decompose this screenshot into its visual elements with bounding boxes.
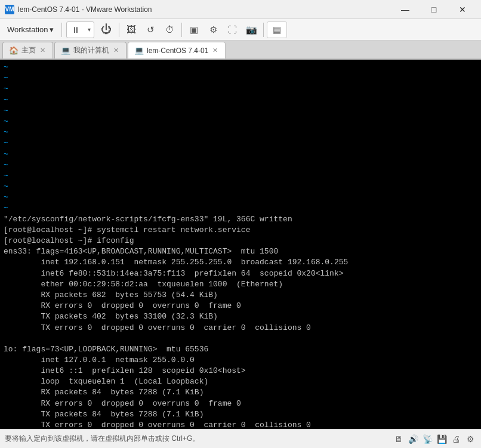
workstation-label: Workstation [7, 25, 48, 34]
menu-separator-1 [61, 23, 62, 37]
settings-button[interactable]: ⚙ [204, 21, 222, 38]
window-title: lem-CentOS 7.4-01 - VMware Workstation [18, 5, 391, 14]
tab-mypc[interactable]: 💻 我的计算机 ✕ [54, 42, 127, 58]
terminal-line: TX errors 0 dropped 0 overruns 0 carrier… [4, 420, 477, 429]
terminal-line: ~ [4, 62, 477, 73]
terminal-line: inet6 ::1 prefixlen 128 scopeid 0x10<hos… [4, 366, 477, 376]
status-icon-storage[interactable]: 💾 [436, 433, 448, 445]
terminal-line: [root@localhost ~]# ifconfig [4, 236, 477, 246]
terminal-line: lo: flags=73<UP,LOOPBACK,RUNNING> mtu 65… [4, 344, 477, 355]
suspend-button[interactable]: ⏱ [161, 21, 178, 38]
fullscreen-button[interactable]: ⛶ [223, 21, 241, 38]
terminal-line: inet 192.168.0.151 netmask 255.255.255.0… [4, 257, 477, 268]
terminal-line: ens33: flags=4163<UP,BROADCAST,RUNNING,M… [4, 246, 477, 257]
terminal-line: ~ [4, 138, 477, 149]
app-icon: VM [5, 5, 14, 14]
terminal-line: ~ [4, 127, 477, 138]
status-icon-audio[interactable]: 🔊 [407, 433, 419, 445]
vm-icon: 💻 [134, 46, 144, 55]
terminal-line: ether 00:0c:29:58:d2:aa txqueuelen 1000 … [4, 279, 477, 290]
status-bar: 要将输入定向到该虚拟机，请在虚拟机内部单击或按 Ctrl+G。 🖥 🔊 📡 💾 … [0, 429, 481, 448]
status-text: 要将输入定向到该虚拟机，请在虚拟机内部单击或按 Ctrl+G。 [5, 434, 393, 444]
terminal-line: ~ [4, 192, 477, 203]
tab-vm-close[interactable]: ✕ [211, 46, 219, 55]
minimize-button[interactable]: — [391, 0, 419, 19]
manage-snapshot-button[interactable]: ▤ [267, 21, 287, 38]
terminal-line: [root@localhost ~]# systemctl restart ne… [4, 225, 477, 236]
view-button[interactable]: ▣ [185, 21, 203, 38]
terminal-line: RX errors 0 dropped 0 overruns 0 frame 0 [4, 398, 477, 409]
terminal-line: ~ [4, 95, 477, 106]
terminal-line: RX packets 682 bytes 55753 (54.4 KiB) [4, 290, 477, 301]
terminal-line: TX errors 0 dropped 0 overruns 0 carrier… [4, 323, 477, 333]
terminal-line: ~ [4, 203, 477, 214]
tab-mypc-label: 我的计算机 [73, 45, 109, 55]
terminal[interactable]: ~~~~~~~~~~~~~~"/etc/sysconfig/network-sc… [0, 60, 481, 429]
terminal-line: RX errors 0 dropped 0 overruns 0 frame 0 [4, 301, 477, 311]
tab-home-label: 主页 [21, 45, 36, 55]
terminal-line: inet6 fe80::531b:14ea:3a75:f113 prefixle… [4, 268, 477, 279]
pause-group: ⏸ ▾ [66, 21, 94, 38]
terminal-line: ~ [4, 84, 477, 94]
terminal-line: ~ [4, 149, 477, 160]
status-icon-display[interactable]: 🖥 [393, 433, 405, 445]
terminal-line: loop txqueuelen 1 (Local Loopback) [4, 376, 477, 387]
window-controls: — □ ✕ [391, 0, 476, 19]
terminal-line: ~ [4, 106, 477, 116]
tab-vm-label: lem-CentOS 7.4-01 [147, 47, 208, 55]
maximize-button[interactable]: □ [420, 0, 448, 19]
revert-button[interactable]: ↺ [141, 21, 159, 38]
tab-home[interactable]: 🏠 主页 ✕ [2, 42, 53, 58]
pause-button[interactable]: ⏸ [67, 23, 84, 37]
menu-bar: Workstation ▾ ⏸ ▾ ⏻ 🖼 ↺ ⏱ ▣ ⚙ ⛶ 📷 ▤ [0, 19, 481, 41]
tab-home-close[interactable]: ✕ [39, 46, 47, 55]
terminal-line: RX packets 84 bytes 7288 (7.1 KiB) [4, 387, 477, 398]
terminal-line: TX packets 84 bytes 7288 (7.1 KiB) [4, 409, 477, 420]
status-icon-network[interactable]: 📡 [421, 433, 433, 445]
menu-separator-2 [119, 23, 119, 37]
status-icons: 🖥 🔊 📡 💾 🖨 ⚙ [393, 433, 476, 445]
pause-dropdown-button[interactable]: ▾ [85, 23, 93, 37]
terminal-line: ~ [4, 160, 477, 171]
title-bar: VM lem-CentOS 7.4-01 - VMware Workstatio… [0, 0, 481, 19]
workstation-dropdown-icon: ▾ [50, 25, 54, 34]
tab-mypc-close[interactable]: ✕ [112, 46, 120, 55]
status-icon-settings[interactable]: ⚙ [464, 433, 476, 445]
terminal-line: ~ [4, 171, 477, 181]
power-button[interactable]: ⏻ [97, 21, 115, 38]
snapshot-button[interactable]: 📷 [242, 21, 260, 38]
menu-separator-4 [263, 23, 264, 37]
mypc-icon: 💻 [61, 46, 70, 55]
close-button[interactable]: ✕ [449, 0, 476, 19]
status-icon-usb[interactable]: 🖨 [450, 433, 462, 445]
workstation-menu[interactable]: Workstation ▾ [2, 23, 58, 36]
terminal-line: ~ [4, 116, 477, 127]
screenshot-button[interactable]: 🖼 [122, 21, 140, 38]
terminal-line: "/etc/sysconfig/network-scripts/ifcfg-en… [4, 214, 477, 225]
terminal-line: TX packets 402 bytes 33100 (32.3 KiB) [4, 311, 477, 322]
home-icon: 🏠 [9, 46, 18, 55]
terminal-line: ~ [4, 73, 477, 84]
tabs-bar: 🏠 主页 ✕ 💻 我的计算机 ✕ 💻 lem-CentOS 7.4-01 ✕ [0, 41, 481, 60]
terminal-line: inet 127.0.0.1 netmask 255.0.0.0 [4, 355, 477, 366]
tab-vm[interactable]: 💻 lem-CentOS 7.4-01 ✕ [128, 42, 226, 58]
menu-separator-3 [181, 23, 182, 37]
terminal-line: ~ [4, 181, 477, 192]
terminal-line [4, 333, 477, 344]
content-area[interactable]: ~~~~~~~~~~~~~~"/etc/sysconfig/network-sc… [0, 60, 481, 429]
